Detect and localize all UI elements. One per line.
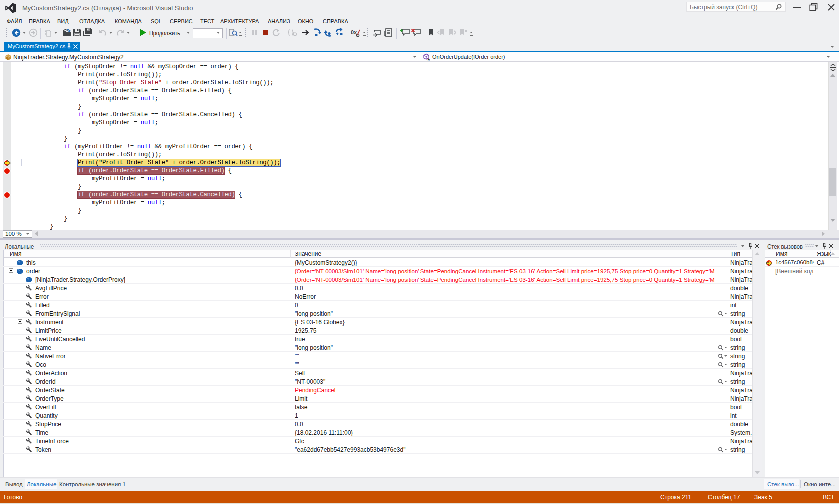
svg-text:0x: 0x bbox=[351, 29, 357, 35]
svg-text:★: ★ bbox=[427, 57, 431, 61]
